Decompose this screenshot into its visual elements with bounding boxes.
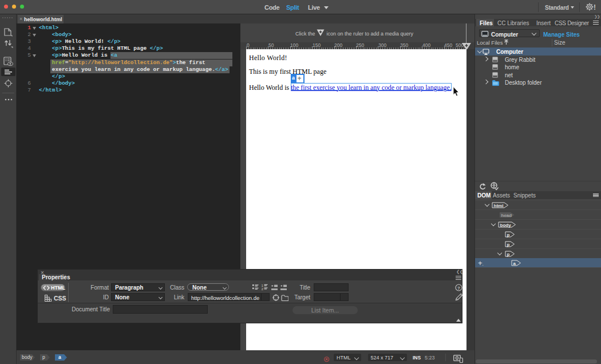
svg-text:a: a — [58, 354, 61, 360]
svg-text:body: body — [500, 222, 512, 227]
svg-text:head: head — [501, 212, 512, 217]
svg-text:p: p — [507, 242, 509, 247]
svg-text:p: p — [42, 354, 45, 360]
svg-text:body: body — [22, 354, 33, 360]
svg-text:html: html — [494, 203, 504, 208]
svg-text:a: a — [513, 261, 516, 266]
svg-text:?: ? — [457, 286, 460, 291]
svg-text:2: 2 — [262, 287, 264, 291]
svg-text:p: p — [507, 232, 509, 237]
svg-text:p: p — [507, 251, 509, 256]
